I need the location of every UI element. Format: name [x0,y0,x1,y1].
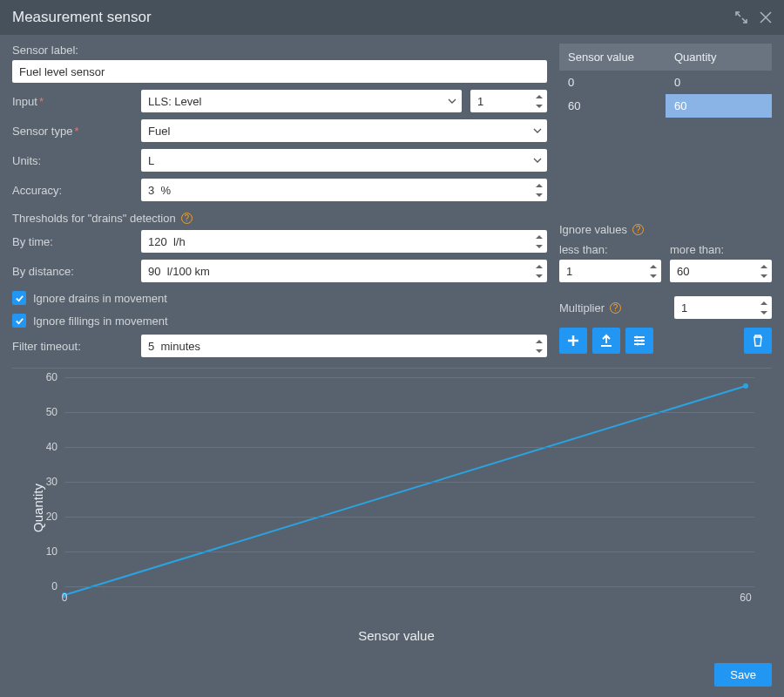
x-axis-title: Sensor value [30,628,763,643]
save-button[interactable]: Save [714,663,772,687]
sensor-type-value[interactable]: Fuel [141,119,547,142]
grid-line [64,412,754,413]
y-axis-title: Quantity [30,484,45,532]
input-label: Input [12,95,132,108]
svg-point-0 [636,336,639,339]
multiplier-label: Multiplier [559,301,605,315]
calibration-table: Sensor value Quantity 006060 [559,44,772,216]
titlebar-actions [735,11,772,24]
sensor-label-input[interactable] [12,60,547,83]
measurement-sensor-dialog: Measurement sensor Sensor label: Input L… [0,0,784,697]
input-index-value[interactable] [470,90,547,112]
th-quantity: Quantity [666,44,772,71]
sensor-type-select[interactable]: Fuel [141,119,547,142]
grid-line [64,482,754,483]
less-than-value[interactable] [559,260,661,282]
ignore-fillings-checkbox[interactable] [12,314,26,328]
y-tick-label: 10 [46,545,57,558]
by-time-value[interactable] [141,230,547,253]
table-row[interactable]: 6060 [559,94,772,118]
grid-line [64,447,754,448]
filter-timeout-label: Filter timeout: [12,340,132,353]
less-than-spinner[interactable] [559,260,661,282]
input-select[interactable]: LLS: Level [141,90,462,112]
ignore-fillings-label: Ignore fillings in movement [33,315,168,328]
calibration-chart: 0102030405060060 [64,377,763,604]
units-select[interactable]: L [141,149,547,172]
upload-button[interactable] [592,328,620,354]
cell-quantity: 0 [666,71,772,94]
cell-sensor-value: 60 [559,94,666,118]
by-time-spinner[interactable] [141,230,547,253]
by-distance-label: By distance: [12,265,132,278]
ignore-fillings-row: Ignore fillings in movement [12,314,547,328]
multiplier-spinner[interactable] [674,296,772,319]
help-icon[interactable]: ? [632,224,644,235]
check-icon [15,316,24,326]
settings-button[interactable] [625,328,653,354]
table-row[interactable]: 00 [559,71,772,94]
ignore-values-text: Ignore values [559,223,627,236]
grid-line [64,586,754,587]
check-icon [15,294,24,303]
help-icon[interactable]: ? [610,302,621,314]
less-than-label: less than: [559,243,661,256]
plus-icon [566,334,580,348]
grid-line [64,517,754,518]
cell-quantity: 60 [666,94,772,118]
chart-line-path [64,386,746,595]
by-time-label: By time: [12,235,132,248]
chart-area: Quantity 0102030405060060 Sensor value [12,368,772,646]
titlebar: Measurement sensor [0,0,784,35]
more-than-label: more than: [670,243,772,256]
cell-sensor-value: 0 [559,71,666,94]
trash-icon [751,334,765,348]
ignore-drains-label: Ignore drains in movement [33,292,167,305]
units-label: Units: [12,154,132,167]
sensor-type-label: Sensor type [12,125,132,138]
by-distance-value[interactable] [141,260,547,282]
grid-line [64,377,754,378]
dialog-title: Measurement sensor [12,9,152,26]
delete-button[interactable] [744,328,772,354]
help-icon[interactable]: ? [181,213,193,224]
thresholds-text: Thresholds for "drains" detection [12,212,176,225]
units-value[interactable]: L [141,149,547,172]
dialog-footer: Save [0,656,784,697]
input-select-value[interactable]: LLS: Level [141,90,462,112]
accuracy-value[interactable] [141,179,547,201]
svg-point-2 [637,343,639,346]
accuracy-spinner[interactable] [141,179,547,201]
x-tick-label: 60 [740,592,751,604]
by-distance-spinner[interactable] [141,260,547,282]
expand-icon[interactable] [735,11,747,24]
y-tick-label: 20 [46,511,57,523]
ignore-values-label: Ignore values ? [559,223,772,236]
table-head: Sensor value Quantity [559,44,772,71]
close-icon[interactable] [760,11,772,24]
multiplier-value[interactable] [674,296,772,319]
ignore-drains-row: Ignore drains in movement [12,291,547,305]
more-than-spinner[interactable] [670,260,772,282]
y-tick-label: 0 [51,580,57,592]
filter-timeout-value[interactable] [141,335,547,357]
th-sensor-value: Sensor value [559,44,666,71]
table-body: 006060 [559,71,772,216]
sensor-label-block: Sensor label: [12,44,547,83]
chart-point [743,383,748,389]
accuracy-label: Accuracy: [12,184,132,197]
y-tick-label: 30 [46,476,57,488]
sensor-label-label: Sensor label: [12,44,547,57]
sliders-icon [632,334,646,348]
y-tick-label: 50 [46,406,57,418]
ignore-drains-checkbox[interactable] [12,291,26,305]
grid-line [64,552,754,552]
right-toolbar [559,328,772,354]
y-tick-label: 40 [46,441,57,453]
filter-timeout-spinner[interactable] [141,335,547,357]
x-tick-label: 0 [62,592,68,604]
add-row-button[interactable] [559,328,587,354]
svg-point-1 [641,340,644,342]
input-index-spinner[interactable] [470,90,547,112]
more-than-value[interactable] [670,260,772,282]
